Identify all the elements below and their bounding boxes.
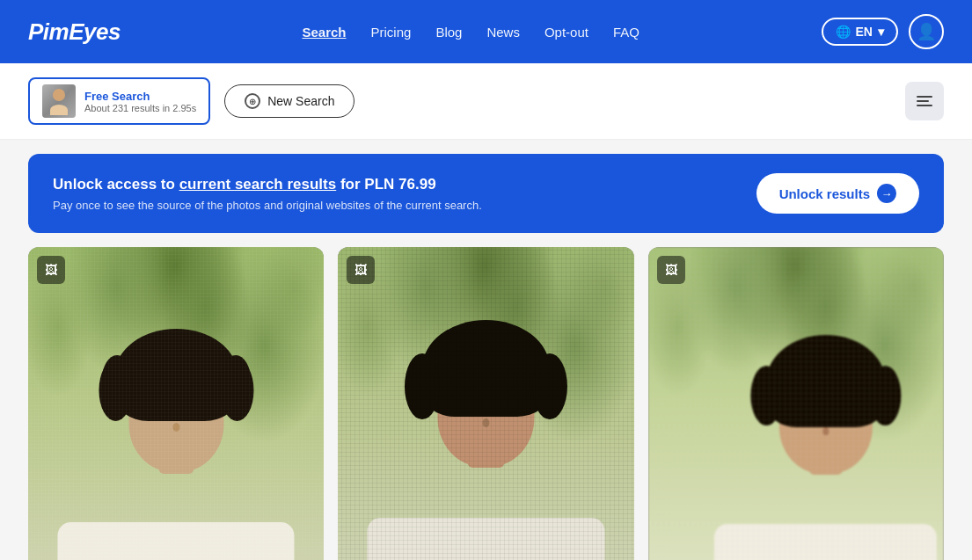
banner-prefix: Unlock access to bbox=[53, 176, 179, 193]
result-card[interactable]: 🖼 2 results bbox=[338, 247, 633, 560]
search-type-label: Free Search bbox=[84, 90, 196, 103]
filter-button[interactable] bbox=[905, 82, 944, 120]
toolbar: Free Search About 231 results in 2.95s ⊕… bbox=[0, 63, 972, 140]
user-icon: 👤 bbox=[917, 22, 936, 41]
lang-label: EN bbox=[856, 25, 873, 39]
user-profile-button[interactable]: 👤 bbox=[909, 14, 944, 49]
nav-pricing[interactable]: Pricing bbox=[371, 25, 412, 40]
arrow-icon: → bbox=[877, 184, 896, 203]
image-icon-3: 🖼 bbox=[657, 256, 685, 284]
search-label: Free Search About 231 results in 2.95s bbox=[84, 90, 196, 113]
result-image-1 bbox=[28, 247, 324, 560]
header-right: 🌐 EN ▾ 👤 bbox=[822, 14, 944, 49]
language-selector[interactable]: 🌐 EN ▾ bbox=[822, 18, 898, 46]
pixelate-overlay bbox=[338, 247, 633, 560]
result-image-2 bbox=[338, 247, 633, 560]
banner-underline: current search results bbox=[179, 176, 337, 193]
nav-faq[interactable]: FAQ bbox=[613, 25, 639, 40]
nav: Search Pricing Blog News Opt-out FAQ bbox=[302, 25, 639, 40]
nav-search[interactable]: Search bbox=[302, 25, 346, 40]
image-icon-2: 🖼 bbox=[347, 256, 375, 284]
nav-blog[interactable]: Blog bbox=[435, 25, 462, 40]
search-info: Free Search About 231 results in 2.95s bbox=[28, 77, 210, 125]
banner-suffix: for PLN 76.99 bbox=[336, 176, 435, 193]
nav-news[interactable]: News bbox=[486, 25, 520, 40]
result-card[interactable]: 🖼 2 results bbox=[28, 247, 324, 560]
logo: PimEyes bbox=[28, 18, 121, 46]
result-image-3 bbox=[648, 247, 944, 560]
new-search-button[interactable]: ⊕ New Search bbox=[224, 84, 354, 118]
image-icon-1: 🖼 bbox=[37, 256, 65, 284]
globe-icon: 🌐 bbox=[836, 25, 851, 39]
toolbar-left: Free Search About 231 results in 2.95s ⊕… bbox=[28, 77, 354, 125]
results-grid: 🖼 2 results 🖼 bbox=[0, 247, 972, 560]
pixelate-overlay bbox=[648, 247, 944, 560]
search-results-count: About 231 results in 2.95s bbox=[84, 103, 196, 113]
banner-heading: Unlock access to current search results … bbox=[53, 176, 482, 193]
new-search-label: New Search bbox=[267, 94, 334, 108]
header: PimEyes Search Pricing Blog News Opt-out… bbox=[0, 0, 972, 63]
unlock-label: Unlock results bbox=[779, 186, 870, 201]
nav-optout[interactable]: Opt-out bbox=[544, 25, 588, 40]
unlock-results-button[interactable]: Unlock results → bbox=[756, 173, 919, 214]
chevron-down-icon: ▾ bbox=[878, 25, 884, 39]
search-thumbnail bbox=[42, 84, 76, 118]
filter-icon bbox=[917, 96, 932, 106]
banner-text: Unlock access to current search results … bbox=[53, 176, 482, 212]
banner-subtext: Pay once to see the source of the photos… bbox=[53, 199, 482, 212]
unlock-banner: Unlock access to current search results … bbox=[28, 154, 944, 233]
search-icon: ⊕ bbox=[245, 93, 260, 109]
pixelate-overlay bbox=[28, 247, 324, 560]
result-card[interactable]: 🖼 2 results bbox=[648, 247, 944, 560]
